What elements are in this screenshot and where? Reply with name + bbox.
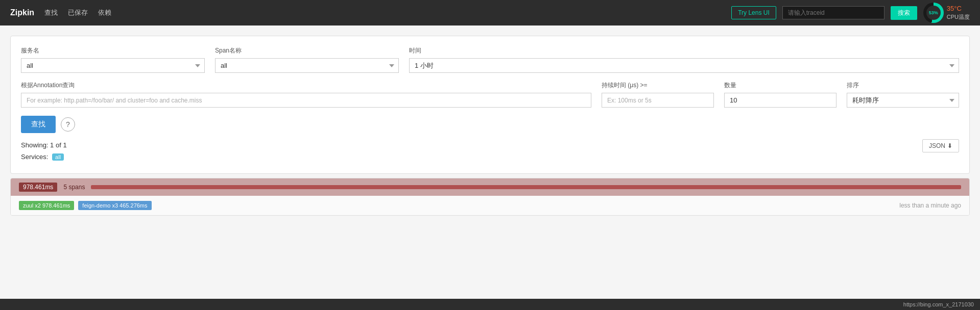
try-lens-button[interactable]: Try Lens UI <box>731 6 776 19</box>
duration-label: 持续时间 (μs) >= <box>602 81 714 90</box>
traceid-search-button[interactable]: 搜索 <box>891 6 917 20</box>
download-icon: ⬇ <box>947 142 952 149</box>
annotation-label: 根据Annotation查询 <box>21 81 591 90</box>
brand-logo[interactable]: Zipkin <box>10 8 34 17</box>
count-label: 数量 <box>724 81 836 90</box>
trace-header-bar[interactable]: 978.461ms 5 spans <box>11 178 969 196</box>
action-row: 查找 ? <box>21 116 959 133</box>
main-content: 服务名 all Span名称 all 时间 1 小时 根据Annot <box>0 25 980 226</box>
nav-deps[interactable]: 依赖 <box>98 8 111 17</box>
nav-search[interactable]: 查找 <box>44 8 58 17</box>
nav-saved[interactable]: 已保存 <box>68 8 88 17</box>
span-group: Span名称 all <box>215 46 399 73</box>
annotation-input[interactable] <box>21 93 591 108</box>
form-row-1: 服务名 all Span名称 all 时间 1 小时 <box>21 46 959 73</box>
cpu-temp-info: 35°C CPU温度 <box>947 4 970 21</box>
time-group: 时间 1 小时 <box>409 46 959 73</box>
time-select[interactable]: 1 小时 <box>409 58 959 73</box>
trace-spans-badge: 5 spans <box>63 184 85 191</box>
services-badge: all <box>52 153 64 161</box>
sort-label: 排序 <box>847 81 959 90</box>
duration-group: 持续时间 (μs) >= <box>602 81 714 108</box>
service-select[interactable]: all <box>21 58 205 73</box>
sort-group: 排序 耗时降序 <box>847 81 959 108</box>
time-label: 时间 <box>409 46 959 55</box>
cpu-gauge: 53% <box>923 3 944 23</box>
navbar-right: Try Lens UI 搜索 53% 35°C CPU温度 <box>731 3 970 23</box>
cpu-temp-value: 35°C <box>947 5 962 12</box>
results-header: Showing: 1 of 1 Services: all JSON ⬇ <box>21 139 959 163</box>
form-row-2: 根据Annotation查询 持续时间 (μs) >= 数量 排序 耗时降序 <box>21 81 959 108</box>
trace-bar-fill <box>91 185 961 189</box>
help-button[interactable]: ? <box>61 117 75 132</box>
cpu-temp-label: CPU温度 <box>947 13 970 21</box>
annotation-group: 根据Annotation查询 <box>21 81 591 108</box>
trace-timestamp: less than a minute ago <box>899 202 961 209</box>
service-tags: zuul x2 978.461ms feign-demo x3 465.276m… <box>19 201 152 210</box>
find-button[interactable]: 查找 <box>21 116 56 133</box>
traceid-input[interactable] <box>782 6 885 19</box>
count-group: 数量 <box>724 81 836 108</box>
results-info: Showing: 1 of 1 Services: all <box>21 139 67 163</box>
services-line: Services: all <box>21 151 67 163</box>
trace-body: zuul x2 978.461ms feign-demo x3 465.276m… <box>11 196 969 215</box>
service-group: 服务名 all <box>21 46 205 73</box>
navbar: Zipkin 查找 已保存 依赖 Try Lens UI 搜索 53% 35°C… <box>0 0 980 25</box>
count-input[interactable] <box>724 93 836 108</box>
search-panel: 服务名 all Span名称 all 时间 1 小时 根据Annot <box>10 36 970 174</box>
json-download-button[interactable]: JSON ⬇ <box>922 139 959 152</box>
trace-progress-bar <box>91 185 961 189</box>
service-zuul-tag: zuul x2 978.461ms <box>19 201 74 210</box>
duration-input[interactable] <box>602 93 714 108</box>
service-label: 服务名 <box>21 46 205 55</box>
sort-select[interactable]: 耗时降序 <box>847 93 959 108</box>
span-label: Span名称 <box>215 46 399 55</box>
trace-duration-badge: 978.461ms <box>19 183 57 192</box>
cpu-percent: 53% <box>926 6 941 20</box>
showing-text: Showing: 1 of 1 <box>21 139 67 151</box>
trace-result[interactable]: 978.461ms 5 spans zuul x2 978.461ms feig… <box>10 178 970 216</box>
services-label: Services: <box>21 153 48 161</box>
json-button-label: JSON <box>929 142 945 149</box>
service-feign-tag: feign-demo x3 465.276ms <box>78 201 151 210</box>
span-select[interactable]: all <box>215 58 399 73</box>
cpu-widget: 53% 35°C CPU温度 <box>923 3 970 23</box>
